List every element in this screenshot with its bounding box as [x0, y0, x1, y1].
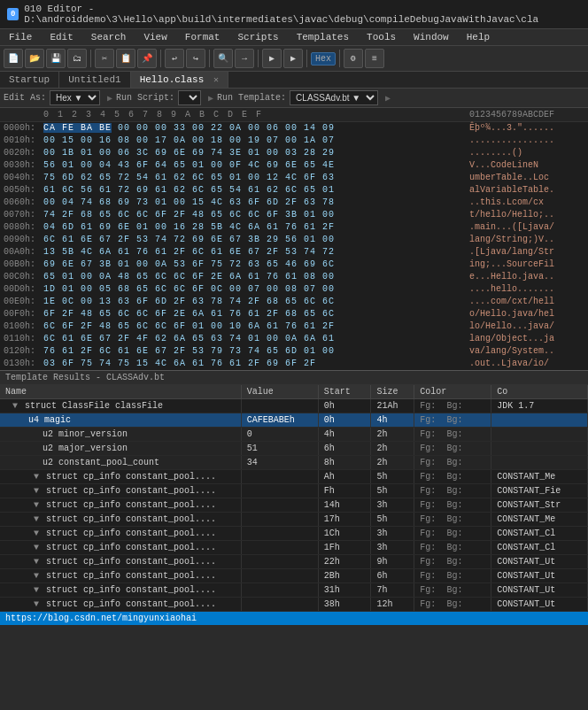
hex-ascii: alVariableTable. [469, 184, 584, 197]
edit-as-select[interactable]: Hex ▼ [50, 90, 100, 105]
undo-button[interactable]: ↩ [165, 49, 184, 68]
redo-button[interactable]: ↪ [186, 49, 205, 68]
hex-row[interactable]: 0060h: 00 04 74 68 69 73 01 00 15 4C 63 … [0, 197, 588, 209]
hex-row[interactable]: 0030h: 56 01 00 04 43 6F 64 65 01 00 0F … [0, 159, 588, 172]
result-size: 9h [371, 555, 414, 569]
paste-button[interactable]: 📌 [137, 49, 157, 68]
table-row[interactable]: u4 magic CAFEBABEh 0h 4h Fg: Bg: [0, 413, 588, 428]
menu-help[interactable]: Help [458, 29, 499, 45]
menu-bar: File Edit Search View Format Scripts Tem… [0, 29, 588, 46]
result-color: Fg: Bg: [414, 413, 491, 428]
hex-addr: 0060h: [4, 197, 43, 209]
result-size: 5h [371, 513, 414, 527]
tab-untitled[interactable]: Untitled1 [59, 72, 130, 88]
table-row[interactable]: ▼ struct cp_info constant_pool.... 17h 5… [0, 513, 588, 527]
table-row[interactable]: ▼ struct cp_info constant_pool.... Fh 5h… [0, 484, 588, 498]
menu-tools[interactable]: Tools [358, 29, 405, 45]
result-extra: CONSTANT_Ut [491, 569, 588, 583]
save-all-button[interactable]: 🗂 [67, 49, 87, 68]
hex-row[interactable]: 00B0h: 69 6E 67 3B 01 00 0A 53 6F 75 72 … [0, 259, 588, 271]
result-value [241, 470, 318, 484]
goto-button[interactable]: → [235, 49, 254, 68]
result-size: 7h [371, 583, 414, 598]
menu-format[interactable]: Format [176, 29, 229, 45]
hex-row[interactable]: 00E0h: 1E 0C 00 13 63 6F 6D 2F 63 78 74 … [0, 296, 588, 308]
hex-bytes: 74 2F 68 65 6C 6C 6F 2F 48 65 6C 6C 6F 3… [43, 209, 469, 221]
menu-edit[interactable]: Edit [41, 29, 81, 45]
hex-row[interactable]: 00C0h: 65 01 00 0A 48 65 6C 6C 6F 2E 6A … [0, 271, 588, 283]
result-size: 2h [371, 428, 414, 442]
table-row[interactable]: ▼ struct cp_info constant_pool.... 1Fh 3… [0, 541, 588, 555]
hex-bytes: 6C 61 6E 67 2F 4F 62 6A 65 63 74 01 00 0… [43, 333, 469, 345]
hex-addr: 0050h: [4, 184, 43, 197]
results-tbody: ▼ struct ClassFile classFile 0h 21Ah Fg:… [0, 399, 588, 612]
save-button[interactable]: 💾 [46, 49, 66, 68]
find-button[interactable]: 🔍 [213, 49, 233, 68]
hex-row[interactable]: 0080h: 04 6D 61 69 6E 01 00 16 28 5B 4C … [0, 221, 588, 234]
menu-search[interactable]: Search [82, 29, 135, 45]
result-color: Fg: Bg: [414, 569, 491, 583]
menu-view[interactable]: View [135, 29, 175, 45]
table-row[interactable]: u2 constant_pool_count 34 8h 2h Fg: Bg: [0, 456, 588, 470]
table-row[interactable]: ▼ struct cp_info constant_pool.... Ah 5h… [0, 470, 588, 484]
result-extra: CONSTANT_Str [491, 498, 588, 513]
hex-row[interactable]: 0100h: 6C 6F 2F 48 65 6C 6C 6F 01 00 10 … [0, 320, 588, 333]
run-script-button[interactable]: ▶ [262, 49, 282, 68]
hex-addr: 0110h: [4, 333, 43, 345]
hex-addr: 0040h: [4, 172, 43, 184]
hex-row[interactable]: 0050h: 61 6C 56 61 72 69 61 62 6C 65 54 … [0, 184, 588, 197]
result-value: 51 [241, 442, 318, 456]
status-text: https://blog.csdn.net/mingyunxiaohai [5, 614, 197, 623]
hex-label[interactable]: Hex [311, 52, 336, 66]
hex-row[interactable]: 00F0h: 6F 2F 48 65 6C 6C 6F 2E 6A 61 76 … [0, 308, 588, 320]
menu-scripts[interactable]: Scripts [228, 29, 287, 45]
more-button[interactable]: ≡ [365, 49, 384, 68]
hex-row[interactable]: 0010h: 00 15 00 16 08 00 17 0A 00 18 00 … [0, 135, 588, 147]
hex-row[interactable]: 0040h: 75 6D 62 65 72 54 61 62 6C 65 01 … [0, 172, 588, 184]
hex-row[interactable]: 0110h: 6C 61 6E 67 2F 4F 62 6A 65 63 74 … [0, 333, 588, 345]
tab-hello-class[interactable]: Hello.class ✕ [131, 72, 228, 88]
table-row[interactable]: u2 minor_version 0 4h 2h Fg: Bg: [0, 428, 588, 442]
table-row[interactable]: ▼ struct cp_info constant_pool.... 31h 7… [0, 583, 588, 598]
table-row[interactable]: ▼ struct cp_info constant_pool.... 38h 1… [0, 598, 588, 612]
hex-addr: 00F0h: [4, 308, 43, 320]
result-value [241, 598, 318, 612]
hex-row[interactable]: 00A0h: 13 5B 4C 6A 61 76 61 2F 6C 61 6E … [0, 246, 588, 259]
copy-button[interactable]: 📋 [116, 49, 135, 68]
hex-row[interactable]: 0130h: 03 6F 75 74 75 15 4C 6A 61 76 61 … [0, 358, 588, 370]
run-template-button[interactable]: ▶ [283, 49, 303, 68]
table-row[interactable]: ▼ struct cp_info constant_pool.... 2Bh 6… [0, 569, 588, 583]
hex-row[interactable]: 0000h: CA FE BA BE 00 00 00 33 00 22 0A … [0, 122, 588, 135]
hex-row[interactable]: 0090h: 6C 61 6E 67 2F 53 74 72 69 6E 67 … [0, 234, 588, 246]
cut-button[interactable]: ✂ [95, 49, 114, 68]
result-value [241, 527, 318, 541]
col-header-value: Value [241, 385, 318, 399]
table-row[interactable]: ▼ struct ClassFile classFile 0h 21Ah Fg:… [0, 399, 588, 413]
result-value: 34 [241, 456, 318, 470]
options-button[interactable]: ⚙ [344, 49, 363, 68]
hex-row[interactable]: 00D0h: 1D 01 00 05 68 65 6C 6C 6F 0C 00 … [0, 283, 588, 296]
table-row[interactable]: ▼ struct cp_info constant_pool.... 22h 9… [0, 555, 588, 569]
new-button[interactable]: 📄 [4, 49, 23, 68]
hex-row[interactable]: 0120h: 76 61 2F 6C 61 6E 67 2F 53 79 73 … [0, 345, 588, 358]
table-row[interactable]: ▼ struct cp_info constant_pool.... 1Ch 3… [0, 527, 588, 541]
result-start: 0h [318, 413, 371, 428]
menu-window[interactable]: Window [405, 29, 458, 45]
hex-ascii: .out..Ljava/io/ [469, 358, 584, 370]
hex-row[interactable]: 0020h: 00 1B 01 00 06 3C 69 6E 69 74 3E … [0, 147, 588, 159]
tab-startup[interactable]: Startup [0, 72, 59, 88]
menu-file[interactable]: File [0, 29, 41, 45]
table-row[interactable]: ▼ struct cp_info constant_pool.... 14h 3… [0, 498, 588, 513]
hex-addr: 00B0h: [4, 259, 43, 271]
run-template-select[interactable]: CLASSAdv.bt ▼ [290, 90, 378, 105]
menu-templates[interactable]: Templates [288, 29, 358, 45]
hex-row[interactable]: 0070h: 74 2F 68 65 6C 6C 6F 2F 48 65 6C … [0, 209, 588, 221]
hex-addr: 0090h: [4, 234, 43, 246]
result-start: 1Ch [318, 527, 371, 541]
results-panel[interactable]: Name Value Start Size Color Co ▼ struct … [0, 385, 588, 612]
tab-close-icon[interactable]: ✕ [213, 75, 219, 85]
table-row[interactable]: u2 major_version 51 6h 2h Fg: Bg: [0, 442, 588, 456]
open-button[interactable]: 📂 [25, 49, 44, 68]
result-color: Fg: Bg: [414, 498, 491, 513]
run-script-select[interactable] [178, 90, 201, 105]
